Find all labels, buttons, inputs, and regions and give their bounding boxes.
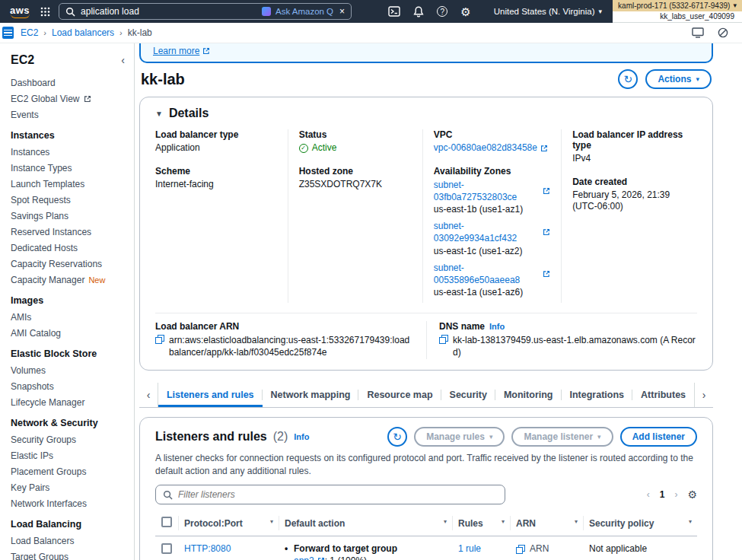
tabs-scroll-left-icon[interactable]: ‹ xyxy=(139,383,158,407)
account-menu-button[interactable]: kaml-prod-171 (5332-6717-9439) ▾ xyxy=(613,0,742,11)
copy-icon[interactable] xyxy=(439,335,448,344)
tab-listeners-and-rules[interactable]: Listeners and rules xyxy=(158,383,263,407)
az-entry: subnet-03092e9934a1cf432 us-east-1c (use… xyxy=(434,220,550,257)
column-filter-caret-icon[interactable]: ▾ xyxy=(444,518,447,525)
column-filter-caret-icon[interactable]: ▾ xyxy=(270,518,273,525)
sidebar-item-instance-types[interactable]: Instance Types xyxy=(11,160,134,176)
sidebar-item-snapshots[interactable]: Snapshots xyxy=(11,378,134,394)
page-number[interactable]: 1 xyxy=(660,489,665,500)
column-filter-caret-icon[interactable]: ▾ xyxy=(575,518,578,525)
listeners-info-link[interactable]: Info xyxy=(294,432,309,441)
caret-down-icon: ▾ xyxy=(489,433,493,441)
sidebar-item-capacity-reservations[interactable]: Capacity Reservations xyxy=(11,256,134,272)
col-protocol-port[interactable]: Protocol:Port▾ xyxy=(178,511,279,536)
select-all-header[interactable] xyxy=(155,511,178,536)
vpc-link[interactable]: vpc-00680ae082d83458e xyxy=(434,142,537,154)
sidebar-item-target-groups[interactable]: Target Groups xyxy=(11,549,134,560)
sidebar-item-ec2-global-view[interactable]: EC2 Global View xyxy=(11,91,134,107)
manage-rules-button[interactable]: Manage rules ▾ xyxy=(414,427,505,447)
sidebar-item-elastic-ips[interactable]: Elastic IPs xyxy=(11,447,134,463)
manage-listener-button[interactable]: Manage listener ▾ xyxy=(511,427,613,447)
target-group-link[interactable]: app2 xyxy=(294,555,314,560)
side-nav-toggle-icon[interactable] xyxy=(2,27,14,39)
sidebar-item-placement-groups[interactable]: Placement Groups xyxy=(11,463,134,479)
tab-network-mapping[interactable]: Network mapping xyxy=(263,383,359,407)
lb-type-value: Application xyxy=(155,142,277,154)
rules-link[interactable]: 1 rule xyxy=(458,543,481,554)
row-checkbox[interactable] xyxy=(161,543,172,554)
sidebar-item-savings-plans[interactable]: Savings Plans xyxy=(11,208,134,224)
listener-protocol-link[interactable]: HTTP:8080 xyxy=(184,543,231,554)
tab-attributes[interactable]: Attributes xyxy=(632,383,694,407)
sidebar-item-key-pairs[interactable]: Key Pairs xyxy=(11,479,134,495)
sidebar-item-load-balancers[interactable]: Load Balancers xyxy=(11,533,134,549)
sidebar-item-capacity-manager[interactable]: Capacity Manager New xyxy=(11,272,134,288)
column-filter-caret-icon[interactable]: ▾ xyxy=(502,518,505,525)
caret-down-icon: ▾ xyxy=(696,75,699,83)
subnet-link[interactable]: subnet-03092e9934a1cf432 xyxy=(434,220,540,244)
breadcrumb-actions xyxy=(692,27,742,38)
learn-more-link[interactable]: Learn more xyxy=(153,46,210,56)
copy-icon[interactable] xyxy=(155,335,164,344)
help-icon[interactable]: ? xyxy=(437,6,447,17)
tab-monitoring[interactable]: Monitoring xyxy=(495,383,562,407)
dns-info-link[interactable]: Info xyxy=(489,322,505,331)
close-icon[interactable]: × xyxy=(339,6,345,17)
breadcrumb-load-balancers[interactable]: Load balancers xyxy=(52,27,114,38)
filter-listeners-input[interactable] xyxy=(178,489,498,500)
sidebar-item-spot-requests[interactable]: Spot Requests xyxy=(11,192,134,208)
sidebar-item-instances[interactable]: Instances xyxy=(11,144,134,160)
sidebar-item-launch-templates[interactable]: Launch Templates xyxy=(11,176,134,192)
sidebar-item-ami-catalog[interactable]: AMI Catalog xyxy=(11,325,134,341)
listeners-count: (2) xyxy=(273,430,288,444)
sidebar-item-security-groups[interactable]: Security Groups xyxy=(11,431,134,447)
sidebar-item-network-interfaces[interactable]: Network Interfaces xyxy=(11,495,134,511)
sidebar-item-dashboard[interactable]: Dashboard xyxy=(11,75,134,91)
details-header[interactable]: ▼ Details xyxy=(155,107,697,120)
page-next-icon[interactable]: › xyxy=(674,489,677,500)
aws-logo[interactable]: aws xyxy=(8,5,32,18)
col-security-policy[interactable]: Security policy▾ xyxy=(583,511,697,536)
history-clock-icon[interactable] xyxy=(718,27,728,38)
notifications-bell-icon[interactable] xyxy=(413,6,424,18)
refresh-button[interactable]: ↻ xyxy=(618,69,638,89)
col-default-action[interactable]: Default action▾ xyxy=(279,511,452,536)
col-rules[interactable]: Rules▾ xyxy=(452,511,510,536)
sidebar-item-volumes[interactable]: Volumes xyxy=(11,362,134,378)
global-search-bar[interactable]: Ask Amazon Q × xyxy=(59,3,352,20)
cloudshell-icon[interactable] xyxy=(388,6,400,17)
tab-integrations[interactable]: Integrations xyxy=(562,383,633,407)
sidebar-item-reserved-instances[interactable]: Reserved Instances xyxy=(11,224,134,240)
column-filter-caret-icon[interactable]: ▾ xyxy=(689,518,692,525)
sidebar-item-lifecycle-manager[interactable]: Lifecycle Manager xyxy=(11,394,134,410)
page-prev-icon[interactable]: ‹ xyxy=(647,489,650,500)
ask-amazon-q[interactable]: Ask Amazon Q × xyxy=(262,6,345,17)
select-all-checkbox[interactable] xyxy=(161,517,172,527)
tab-security[interactable]: Security xyxy=(441,383,495,407)
add-listener-button[interactable]: Add listener xyxy=(620,427,697,447)
tabs-scroll-right-icon[interactable]: › xyxy=(694,383,713,407)
chevron-right-icon: › xyxy=(119,28,123,37)
copy-arn-icon[interactable] xyxy=(516,545,525,554)
tab-resource-map[interactable]: Resource map xyxy=(358,383,441,407)
breadcrumb: EC2 › Load balancers › kk-lab xyxy=(21,27,152,38)
sidebar-item-amis[interactable]: AMIs xyxy=(11,309,134,325)
screen-share-icon[interactable] xyxy=(692,27,704,38)
actions-button[interactable]: Actions ▾ xyxy=(645,69,712,89)
sidebar-section-load-balancing: Load Balancing xyxy=(11,511,134,533)
region-selector[interactable]: United States (N. Virginia) ▾ xyxy=(483,0,613,23)
app-grid-icon[interactable] xyxy=(40,7,50,17)
sidebar-item-events[interactable]: Events xyxy=(11,107,134,123)
col-arn[interactable]: ARN▾ xyxy=(510,511,583,536)
expand-caret-icon: ▼ xyxy=(155,110,163,118)
breadcrumb-ec2[interactable]: EC2 xyxy=(21,27,38,38)
sidebar-item-dedicated-hosts[interactable]: Dedicated Hosts xyxy=(11,240,134,256)
subnet-link[interactable]: subnet-03fb0a727532803ce xyxy=(434,179,540,203)
subnet-link[interactable]: subnet-00535896e50aaeea8 xyxy=(434,262,540,286)
refresh-button[interactable]: ↻ xyxy=(387,427,407,447)
filter-listeners-box[interactable] xyxy=(155,485,505,504)
collapse-sidebar-icon[interactable]: ‹ xyxy=(121,54,125,66)
settings-gear-icon[interactable]: ⚙ xyxy=(460,6,470,18)
table-preferences-gear-icon[interactable]: ⚙ xyxy=(687,488,697,501)
search-input[interactable] xyxy=(81,6,256,17)
